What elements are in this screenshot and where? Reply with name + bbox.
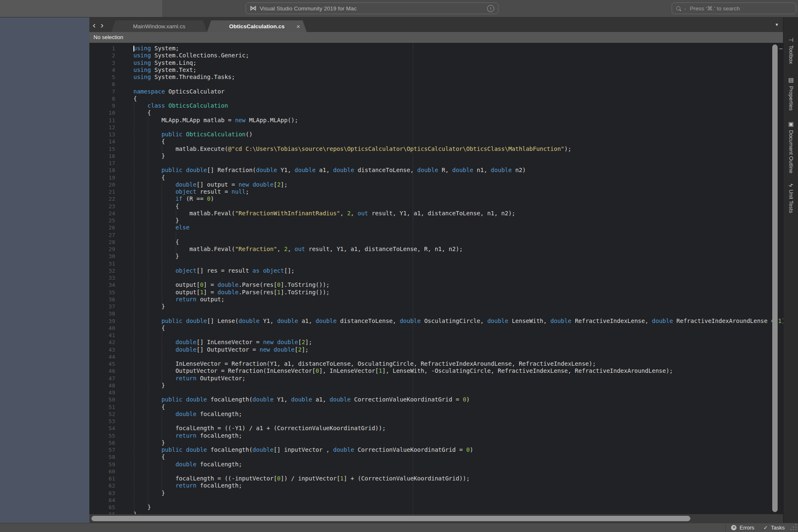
line-number[interactable]: 28: [89, 239, 115, 246]
line-number[interactable]: 19: [89, 174, 115, 181]
errors-button[interactable]: ✕ Errors: [731, 525, 754, 531]
line-number[interactable]: 35: [89, 289, 115, 296]
line-number[interactable]: 53: [89, 418, 115, 425]
line-number[interactable]: 18: [89, 167, 115, 174]
line-number[interactable]: 33: [89, 274, 115, 281]
code-line[interactable]: 64: [89, 497, 783, 504]
code-line[interactable]: 7namespace OpticsCalculator: [89, 88, 783, 95]
code-line[interactable]: 44: [89, 353, 783, 360]
line-number[interactable]: 31: [89, 260, 115, 267]
code-line[interactable]: 54 focalLength = ((-Y1) / a1 + (Correcti…: [89, 425, 783, 432]
code-line[interactable]: 41: [89, 332, 783, 339]
code-line[interactable]: 13 public ObticsCalculation(): [89, 131, 783, 138]
code-line[interactable]: 58 {: [89, 453, 783, 461]
line-number[interactable]: 45: [89, 360, 115, 367]
code-line[interactable]: 49: [89, 389, 783, 396]
line-number[interactable]: 24: [89, 210, 115, 217]
line-number[interactable]: 15: [89, 145, 115, 153]
line-number[interactable]: 39: [89, 318, 115, 325]
code-line[interactable]: 36 return output;: [89, 296, 783, 303]
line-number[interactable]: 29: [89, 246, 115, 253]
line-number[interactable]: 32: [89, 267, 115, 274]
code-line[interactable]: 35 output[1] = double.Parse(res[1].ToStr…: [89, 289, 783, 296]
line-number[interactable]: 8: [89, 95, 115, 102]
code-line[interactable]: 45 InLenseVector = Refraction(Y1, a1, di…: [89, 360, 783, 367]
code-line[interactable]: 8{: [89, 95, 783, 102]
code-line[interactable]: 30 }: [89, 253, 783, 260]
line-number[interactable]: 47: [89, 375, 115, 382]
line-number[interactable]: 66: [89, 511, 115, 514]
line-number[interactable]: 20: [89, 181, 115, 188]
code-line[interactable]: 26 else: [89, 224, 783, 231]
line-number[interactable]: 40: [89, 325, 115, 332]
line-number[interactable]: 3: [89, 59, 115, 66]
code-line[interactable]: 11 MLApp.MLApp matlab = new MLApp.MLApp(…: [89, 117, 783, 124]
line-number[interactable]: 49: [89, 389, 115, 396]
line-number[interactable]: 6: [89, 81, 115, 88]
code-line[interactable]: 61 focalLength = ((-inputVector[0]) / in…: [89, 475, 783, 482]
line-number[interactable]: 17: [89, 160, 115, 167]
code-line[interactable]: 12: [89, 124, 783, 131]
line-number[interactable]: 10: [89, 109, 115, 116]
line-number[interactable]: 51: [89, 404, 115, 411]
breadcrumb[interactable]: No selection: [89, 32, 783, 43]
code-line[interactable]: 3using System.Linq;: [89, 59, 783, 66]
code-line[interactable]: 52 double focalLength;: [89, 411, 783, 418]
code-line[interactable]: 37 }: [89, 303, 783, 310]
code-line[interactable]: 42 double[] InLenseVector = new double[2…: [89, 339, 783, 346]
line-number[interactable]: 1: [89, 45, 115, 52]
code-line[interactable]: 56 }: [89, 439, 783, 446]
line-number[interactable]: 41: [89, 332, 115, 339]
line-number[interactable]: 62: [89, 482, 115, 489]
sidebar-item-properties[interactable]: ▤ Properties: [783, 76, 798, 111]
code-line[interactable]: 19 {: [89, 174, 783, 181]
tab-obticscalculation-cs[interactable]: ObticsCalculation.cs ×: [207, 20, 307, 32]
code-line[interactable]: 5using System.Threading.Tasks;: [89, 74, 783, 81]
horizontal-scrollbar-track[interactable]: [89, 514, 783, 523]
line-number[interactable]: 60: [89, 468, 115, 475]
vertical-scrollbar-thumb[interactable]: [772, 44, 778, 512]
tab-overflow-dropdown-icon[interactable]: ▾: [776, 22, 778, 27]
line-number[interactable]: 16: [89, 153, 115, 160]
line-number[interactable]: 36: [89, 296, 115, 303]
code-line[interactable]: 48 }: [89, 382, 783, 389]
line-number[interactable]: 25: [89, 217, 115, 224]
code-line[interactable]: 20 double[] output = new double[2];: [89, 181, 783, 188]
line-number[interactable]: 59: [89, 461, 115, 468]
line-number[interactable]: 44: [89, 353, 115, 360]
line-number[interactable]: 14: [89, 138, 115, 145]
code-line[interactable]: 21 object result = null;: [89, 188, 783, 195]
global-search-input[interactable]: ⌄ Press ‘⌘.’ to search: [672, 2, 796, 14]
code-line[interactable]: 14 {: [89, 138, 783, 145]
search-scope-chevron-icon[interactable]: ⌄: [684, 7, 687, 10]
line-number[interactable]: 58: [89, 453, 115, 461]
line-number[interactable]: 12: [89, 124, 115, 131]
line-number[interactable]: 7: [89, 88, 115, 95]
line-number[interactable]: 63: [89, 490, 115, 497]
code-editor-pane[interactable]: 1using System;2using System.Collections.…: [89, 43, 783, 514]
navigate-back-button[interactable]: ‹: [93, 20, 96, 29]
code-line[interactable]: 39 public double[] Lense(double Y1, doub…: [89, 318, 783, 325]
code-line[interactable]: 18 public double[] Refraction(double Y1,…: [89, 167, 783, 174]
code-line[interactable]: 27: [89, 232, 783, 239]
tab-mainwindow-xaml-cs[interactable]: MainWindow.xaml.cs: [111, 20, 207, 32]
window-resize-grip[interactable]: [791, 529, 791, 530]
line-number[interactable]: 56: [89, 439, 115, 446]
code-line[interactable]: 46 OutputVector = Refraction(InLenseVect…: [89, 367, 783, 374]
code-line[interactable]: 24 matlab.Feval("RefractionWithInfinantR…: [89, 210, 783, 217]
close-tab-icon[interactable]: ×: [296, 23, 300, 30]
code-line[interactable]: 65 }: [89, 504, 783, 511]
line-number[interactable]: 64: [89, 497, 115, 504]
line-number[interactable]: 2: [89, 52, 115, 59]
code-line[interactable]: 28 {: [89, 239, 783, 246]
line-number[interactable]: 65: [89, 504, 115, 511]
line-number[interactable]: 26: [89, 224, 115, 231]
line-number[interactable]: 54: [89, 425, 115, 432]
line-number[interactable]: 34: [89, 281, 115, 288]
code-line[interactable]: 6: [89, 81, 783, 88]
code-line[interactable]: 40 {: [89, 325, 783, 332]
code-line[interactable]: 9 class ObticsCalculation: [89, 102, 783, 109]
code-line[interactable]: 33: [89, 274, 783, 281]
update-notification-icon[interactable]: ↑: [487, 5, 494, 12]
line-number[interactable]: 57: [89, 446, 115, 453]
